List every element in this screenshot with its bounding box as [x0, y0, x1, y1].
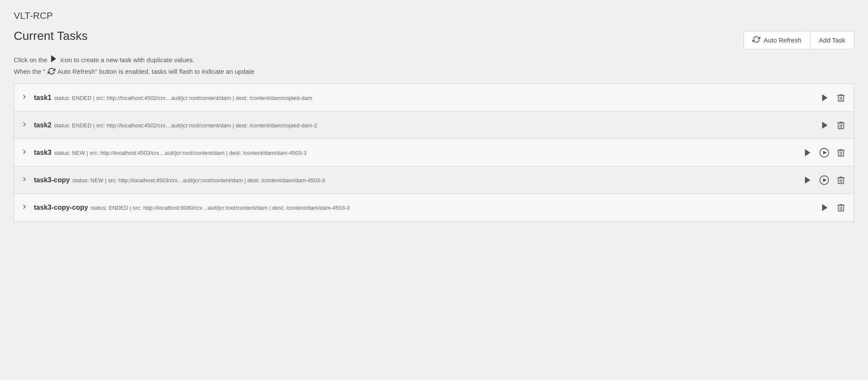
task-delete-button[interactable] — [835, 202, 847, 214]
task-duplicate-button[interactable] — [819, 202, 831, 214]
task-expand-chevron[interactable] — [21, 93, 28, 102]
task-actions — [801, 146, 847, 159]
task-info: task1status: ENDED | src: http://localho… — [34, 94, 812, 102]
svg-marker-17 — [823, 178, 826, 181]
task-delete-button[interactable] — [835, 174, 847, 186]
duplicate-icon-inline — [49, 54, 58, 65]
svg-rect-12 — [838, 150, 844, 156]
task-play-button[interactable] — [818, 146, 831, 159]
task-name: task3 — [34, 149, 52, 156]
desc2-after: Auto Refresh" button is enabled, tasks w… — [58, 68, 255, 75]
task-expand-chevron[interactable] — [21, 203, 28, 212]
task-actions — [819, 202, 847, 214]
svg-marker-15 — [805, 176, 810, 184]
svg-marker-9 — [805, 149, 810, 156]
task-meta: status: ENDED | src: http://localhost:45… — [54, 95, 312, 101]
task-meta: status: NEW | src: http://localhost:4503… — [73, 177, 325, 184]
task-duplicate-button[interactable] — [819, 92, 831, 104]
svg-rect-22 — [838, 205, 844, 211]
header-buttons: Auto Refresh Add Task — [744, 31, 854, 49]
task-list: task1status: ENDED | src: http://localho… — [14, 84, 854, 222]
task-name: task2 — [34, 121, 52, 129]
svg-marker-21 — [822, 204, 828, 211]
task-actions — [801, 174, 847, 187]
task-duplicate-button[interactable] — [819, 119, 831, 131]
task-name: task3-copy-copy — [34, 204, 88, 211]
page-title: Current Tasks — [14, 29, 88, 43]
auto-refresh-icon — [753, 36, 760, 45]
task-meta: status: NEW | src: http://localhost:4503… — [54, 150, 307, 156]
add-task-button[interactable]: Add Task — [810, 31, 854, 49]
task-delete-button[interactable] — [835, 147, 847, 159]
task-duplicate-button[interactable] — [801, 147, 813, 159]
task-delete-button[interactable] — [835, 119, 847, 131]
task-expand-chevron[interactable] — [21, 148, 28, 157]
task-info: task2status: ENDED | src: http://localho… — [34, 121, 812, 129]
task-info: task3status: NEW | src: http://localhost… — [34, 149, 795, 157]
task-name: task3-copy — [34, 176, 70, 184]
svg-marker-11 — [823, 151, 826, 154]
task-expand-chevron[interactable] — [21, 121, 28, 130]
svg-marker-1 — [822, 94, 828, 101]
task-name: task1 — [34, 94, 52, 101]
desc1-after: icon to create a new task with duplicate… — [60, 56, 194, 63]
task-info: task3-copy-copystatus: ENDED | src: http… — [34, 204, 812, 211]
task-expand-chevron[interactable] — [21, 176, 28, 184]
desc1-before: Click on the — [14, 56, 47, 63]
task-info: task3-copystatus: NEW | src: http://loca… — [34, 176, 795, 184]
description-1: Click on the icon to create a new task w… — [14, 54, 854, 65]
description-2: When the " Auto Refresh" button is enabl… — [14, 67, 854, 75]
task-duplicate-button[interactable] — [801, 174, 813, 186]
svg-rect-6 — [838, 123, 844, 129]
task-row: task3-copy-copystatus: ENDED | src: http… — [14, 194, 854, 221]
task-row: task1status: ENDED | src: http://localho… — [14, 84, 854, 112]
svg-rect-18 — [838, 178, 844, 184]
auto-refresh-label: Auto Refresh — [764, 36, 801, 44]
app-title: VLT-RCP — [14, 10, 854, 21]
desc2-before: When the " — [14, 68, 46, 75]
task-row: task2status: ENDED | src: http://localho… — [14, 112, 854, 139]
task-play-button[interactable] — [818, 174, 831, 187]
svg-marker-0 — [52, 55, 57, 63]
svg-rect-2 — [838, 95, 844, 101]
task-row: task3-copystatus: NEW | src: http://loca… — [14, 166, 854, 194]
task-actions — [819, 92, 847, 104]
task-delete-button[interactable] — [835, 92, 847, 104]
task-meta: status: ENDED | src: http://localhost:80… — [91, 205, 350, 211]
auto-refresh-button[interactable]: Auto Refresh — [744, 31, 810, 49]
add-task-label: Add Task — [819, 36, 845, 44]
task-row: task3status: NEW | src: http://localhost… — [14, 139, 854, 166]
task-actions — [819, 119, 847, 131]
refresh-icon-inline — [48, 67, 55, 75]
task-meta: status: ENDED | src: http://localhost:45… — [54, 122, 317, 129]
page-header: Current Tasks Auto Refresh Add Task — [14, 29, 854, 49]
svg-marker-5 — [822, 121, 828, 129]
